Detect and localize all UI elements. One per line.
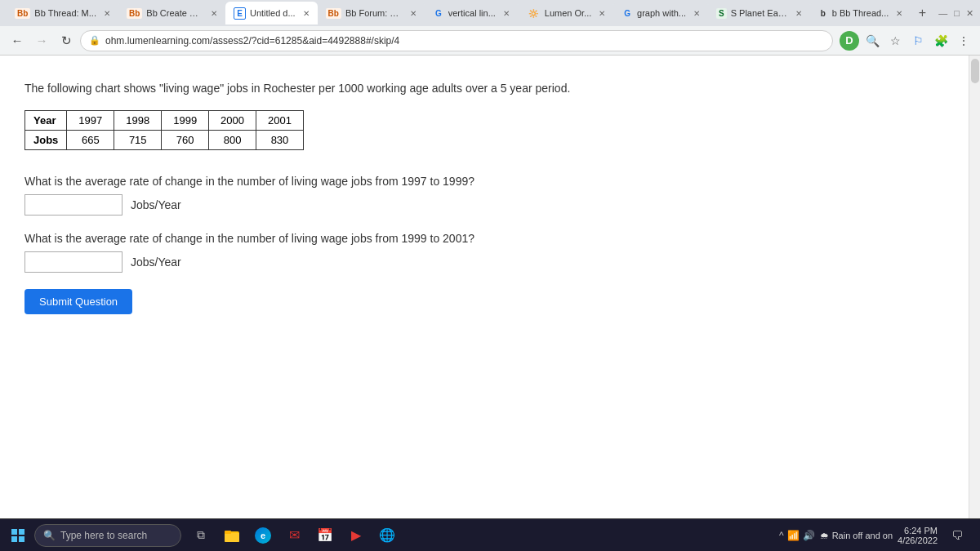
- network-icon[interactable]: 📶: [787, 530, 800, 541]
- jobs-label: Jobs: [25, 131, 67, 150]
- jobs-1998: 715: [114, 131, 162, 150]
- favorites-icon[interactable]: ☆: [885, 31, 905, 51]
- year-1999: 1999: [162, 111, 209, 131]
- clock-widget[interactable]: 6:24 PM 4/26/2022: [898, 526, 938, 545]
- table-jobs-row: Jobs 665 715 760 800 830: [25, 131, 304, 150]
- tab-icon-g2: G: [621, 8, 633, 19]
- year-label: Year: [25, 111, 67, 131]
- folder-icon: [224, 527, 240, 544]
- tab-bb-thread[interactable]: b b Bb Thread... ✕: [810, 2, 911, 24]
- tab-icon-e: E: [234, 7, 246, 20]
- jobs-1999: 760: [162, 131, 209, 150]
- tab-create-thr[interactable]: Bb Bb Create Thr... ✕: [118, 2, 225, 24]
- answer-input-1[interactable]: [24, 194, 122, 216]
- svg-rect-2: [225, 531, 231, 534]
- task-view-button[interactable]: ⧉: [186, 521, 216, 550]
- table-header-row: Year 1997 1998 1999 2000 2001: [25, 111, 304, 131]
- windows-logo-icon: [11, 529, 24, 542]
- minimize-button[interactable]: —: [938, 8, 947, 18]
- tab-vertical-lin[interactable]: G vertical lin... ✕: [425, 2, 518, 24]
- time-display: 6:24 PM: [904, 526, 938, 535]
- tab-label-7: graph with...: [637, 8, 686, 18]
- taskbar-middle-icons: ⧉ e ✉ 📅 ▶ 🌐: [186, 521, 402, 550]
- extensions-icon[interactable]: 🧩: [931, 31, 951, 51]
- date-display: 4/26/2022: [898, 535, 938, 545]
- tab-close-3[interactable]: ✕: [303, 9, 310, 18]
- year-2000: 2000: [209, 111, 256, 131]
- tab-close-8[interactable]: ✕: [795, 9, 802, 18]
- window-controls: — □ ✕: [938, 8, 973, 19]
- browser-window: Bb Bb Thread: M... ✕ Bb Bb Create Thr...…: [0, 0, 980, 551]
- menu-icon[interactable]: ⋮: [954, 31, 973, 51]
- tab-forum[interactable]: Bb Bb Forum: Pe... ✕: [318, 2, 425, 24]
- unit-label-1: Jobs/Year: [131, 198, 181, 211]
- scrollbar-thumb[interactable]: [971, 59, 979, 83]
- maximize-button[interactable]: □: [954, 8, 960, 18]
- address-bar[interactable]: 🔒 ohm.lumenlearning.com/assess2/?cid=612…: [80, 30, 833, 51]
- search-icon[interactable]: 🔍: [862, 31, 882, 51]
- edge-browser-button[interactable]: e: [248, 521, 278, 550]
- tab-close-5[interactable]: ✕: [503, 9, 510, 18]
- tab-close-1[interactable]: ✕: [104, 9, 110, 18]
- svg-rect-1: [225, 533, 239, 542]
- tab-close-9[interactable]: ✕: [896, 9, 902, 18]
- scrollbar[interactable]: [969, 56, 980, 518]
- tab-label-2: Bb Create Thr...: [146, 8, 203, 18]
- tab-close-6[interactable]: ✕: [599, 9, 605, 18]
- file-explorer-button[interactable]: [217, 521, 247, 550]
- tab-close-7[interactable]: ✕: [693, 9, 700, 18]
- jobs-1997: 665: [67, 131, 114, 150]
- mail-button[interactable]: ✉: [279, 521, 309, 550]
- tab-icon-bb3: Bb: [326, 8, 341, 19]
- year-2001: 2001: [256, 111, 304, 131]
- answer-row-1: Jobs/Year: [24, 194, 960, 216]
- submit-button[interactable]: Submit Question: [24, 289, 132, 314]
- notification-button[interactable]: 🗨: [942, 521, 972, 550]
- close-button[interactable]: ✕: [966, 8, 973, 19]
- profile-icon[interactable]: D: [840, 31, 859, 51]
- question1-text: What is the average rate of change in th…: [24, 175, 960, 188]
- tab-label-3: Untitled d...: [250, 8, 296, 18]
- collections-icon[interactable]: ⚐: [908, 31, 928, 51]
- calendar-button[interactable]: 📅: [310, 521, 340, 550]
- new-tab-button[interactable]: +: [911, 2, 933, 24]
- back-button[interactable]: ←: [7, 30, 28, 51]
- taskbar-search[interactable]: 🔍 Type here to search: [34, 524, 181, 547]
- navigation-toolbar: ← → ↻ 🔒 ohm.lumenlearning.com/assess2/?c…: [0, 26, 980, 56]
- speaker-icon[interactable]: 🔊: [803, 530, 815, 541]
- forward-button[interactable]: →: [31, 30, 52, 51]
- answer-input-2[interactable]: [24, 251, 122, 273]
- media-button[interactable]: ▶: [341, 521, 371, 550]
- toolbar-action-icons: D 🔍 ☆ ⚐ 🧩 ⋮: [840, 31, 973, 51]
- tab-label-1: Bb Thread: M...: [34, 8, 96, 18]
- start-button[interactable]: [3, 521, 33, 550]
- answer-row-2: Jobs/Year: [24, 251, 960, 273]
- tab-icon-g1: G: [433, 8, 444, 19]
- weather-widget[interactable]: 🌧 Rain off and on: [820, 531, 893, 540]
- url-text: ohm.lumenlearning.com/assess2/?cid=61285…: [105, 35, 824, 47]
- system-tray: ^ 📶 🔊: [779, 530, 815, 541]
- taskbar: 🔍 Type here to search ⧉ e ✉ 📅: [0, 518, 980, 551]
- tab-label-5: vertical lin...: [448, 8, 496, 18]
- tab-thread-m[interactable]: Bb Bb Thread: M... ✕: [7, 2, 118, 24]
- chrome-button[interactable]: 🌐: [372, 521, 402, 550]
- tab-icon-b: b: [818, 8, 828, 19]
- data-table: Year 1997 1998 1999 2000 2001 Jobs 665 7…: [24, 110, 304, 150]
- tab-label-8: S Planet Ear...: [731, 8, 788, 18]
- taskbar-search-icon: 🔍: [43, 530, 56, 541]
- tab-icon-s: S: [716, 8, 727, 19]
- jobs-2000: 800: [209, 131, 256, 150]
- tab-planet-ear[interactable]: S S Planet Ear... ✕: [708, 2, 810, 24]
- tab-graph[interactable]: G graph with... ✕: [613, 2, 708, 24]
- chevron-up-icon[interactable]: ^: [779, 530, 784, 541]
- tab-close-2[interactable]: ✕: [211, 9, 217, 18]
- main-content: The following chart shows "living wage" …: [0, 56, 980, 331]
- tab-untitled[interactable]: E Untitled d... ✕: [225, 2, 317, 24]
- tab-lumen-or[interactable]: 🔆 Lumen Or... ✕: [518, 2, 613, 24]
- tab-label-6: Lumen Or...: [545, 8, 591, 18]
- tab-label-4: Bb Forum: Pe...: [345, 8, 403, 18]
- lock-icon: 🔒: [89, 35, 100, 46]
- weather-icon: 🌧: [820, 531, 829, 540]
- tab-close-4[interactable]: ✕: [410, 9, 416, 18]
- reload-button[interactable]: ↻: [56, 30, 77, 51]
